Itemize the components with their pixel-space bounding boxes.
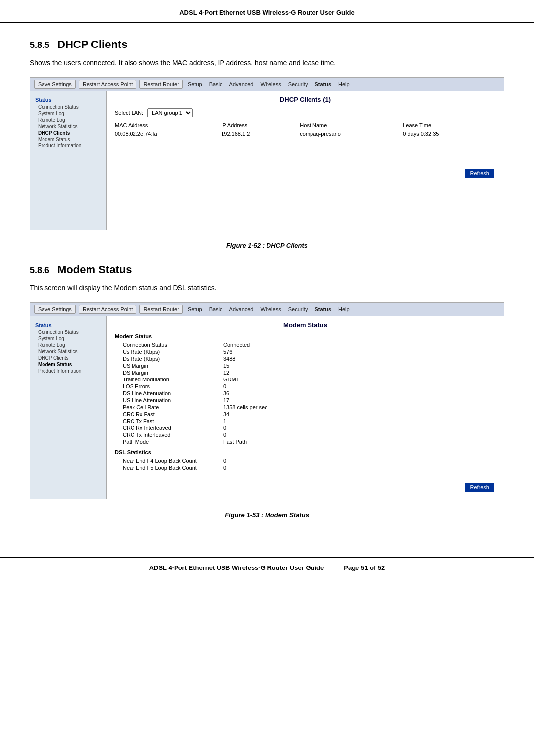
select-lan-row: Select LAN: LAN group 1	[115, 108, 496, 117]
modem-field-row: Connection StatusConnected	[115, 341, 496, 348]
section-586-title: Modem Status	[57, 263, 132, 276]
modem-field-value: 576	[223, 348, 496, 355]
restart-router-button[interactable]: Restart Router	[139, 80, 183, 89]
modem-field-value: 1	[223, 418, 496, 425]
modem-sidebar-title: Status	[30, 320, 106, 329]
col-host: Host Name	[300, 122, 403, 130]
section-585-heading: 5.8.5 DHCP Clients	[30, 38, 504, 51]
modem-field-label: DS Margin	[115, 369, 223, 376]
nav-advanced[interactable]: Advanced	[227, 80, 256, 88]
modem-nav-advanced[interactable]: Advanced	[227, 305, 256, 313]
modem-field-value: 3488	[223, 355, 496, 362]
dhcp-router-box: Save Settings Restart Access Point Resta…	[30, 77, 504, 230]
modem-fields-table: Connection StatusConnectedUs Rate (Kbps)…	[115, 341, 496, 445]
modem-field-label: CRC Rx Interleaved	[115, 425, 223, 431]
modem-nav-basic[interactable]: Basic	[207, 305, 224, 313]
modem-field-label: Ds Rate (Kbps)	[115, 355, 223, 362]
lan-group-select[interactable]: LAN group 1	[147, 108, 193, 117]
sidebar-item-modem-status[interactable]: Modem Status	[30, 136, 106, 142]
modem-sidebar-item-product-information[interactable]: Product Information	[30, 368, 106, 374]
dsl-field-row: Near End F5 Loop Back Count0	[115, 464, 226, 471]
modem-field-label: Peak Cell Rate	[115, 404, 223, 411]
modem-nav-setup[interactable]: Setup	[186, 305, 204, 313]
modem-sidebar-item-modem-status[interactable]: Modem Status	[30, 361, 106, 368]
save-settings-button[interactable]: Save Settings	[34, 80, 76, 89]
cell-mac: 00:08:02:2e:74:fa	[115, 130, 221, 137]
sidebar-title: Status	[30, 95, 106, 104]
modem-save-settings-button[interactable]: Save Settings	[34, 305, 76, 314]
nav-wireless[interactable]: Wireless	[259, 80, 283, 88]
modem-field-row: Us Rate (Kbps)576	[115, 348, 496, 355]
dhcp-sidebar: Status Connection Status System Log Remo…	[30, 91, 107, 230]
sidebar-item-product-information[interactable]: Product Information	[30, 142, 106, 149]
figure-552-caption: Figure 1-52 : DHCP Clients	[30, 242, 504, 249]
modem-sidebar-item-dhcp-clients[interactable]: DHCP Clients	[30, 355, 106, 361]
dhcp-router-body: Status Connection Status System Log Remo…	[30, 91, 504, 230]
modem-field-label: Connection Status	[115, 341, 223, 348]
nav-security[interactable]: Security	[286, 80, 310, 88]
modem-field-row: CRC Rx Fast34	[115, 411, 496, 418]
modem-restart-router-button[interactable]: Restart Router	[139, 305, 183, 314]
footer-page: Page 51 of 52	[344, 564, 385, 571]
section-585-desc: Shows the users connected. It also shows…	[30, 58, 504, 68]
modem-field-label: US Line Attenuation	[115, 397, 223, 404]
footer-title: ADSL 4-Port Ethernet USB Wireless-G Rout…	[149, 564, 324, 571]
section-586-heading: 5.8.6 Modem Status	[30, 263, 504, 276]
nav-setup[interactable]: Setup	[186, 80, 204, 88]
modem-nav-security[interactable]: Security	[286, 305, 310, 313]
dsl-statistics-label: DSL Statistics	[115, 449, 496, 455]
modem-sidebar-item-system-log[interactable]: System Log	[30, 335, 106, 342]
modem-field-row: DS Line Attenuation36	[115, 390, 496, 397]
nav-status[interactable]: Status	[312, 80, 333, 88]
modem-sidebar-item-network-statistics[interactable]: Network Statistics	[30, 348, 106, 355]
modem-sidebar-item-connection-status[interactable]: Connection Status	[30, 329, 106, 335]
modem-field-value: 15	[223, 362, 496, 369]
dsl-field-label: Near End F5 Loop Back Count	[115, 464, 223, 471]
section-585-num: 5.8.5	[30, 40, 49, 50]
dsl-fields-table: Near End F4 Loop Back Count0Near End F5 …	[115, 457, 226, 471]
modem-field-label: Us Rate (Kbps)	[115, 348, 223, 355]
header-title: ADSL 4-Port Ethernet USB Wireless-G Rout…	[179, 9, 355, 16]
modem-field-label: CRC Tx Interleaved	[115, 431, 223, 438]
dhcp-refresh-button[interactable]: Refresh	[465, 169, 494, 178]
modem-field-value: GDMT	[223, 376, 496, 383]
modem-field-row: Trained ModulationGDMT	[115, 376, 496, 383]
col-lease: Lease Time	[403, 122, 496, 130]
modem-page-title: Modem Status	[115, 321, 496, 329]
nav-help[interactable]: Help	[336, 80, 352, 88]
modem-field-value: 12	[223, 369, 496, 376]
dsl-field-label: Near End F4 Loop Back Count	[115, 457, 223, 464]
modem-field-value: 0	[223, 425, 496, 431]
modem-refresh-button[interactable]: Refresh	[465, 483, 494, 492]
dhcp-page-title: DHCP Clients (1)	[115, 96, 496, 103]
modem-field-value: 1358 cells per sec	[223, 404, 496, 411]
restart-ap-button[interactable]: Restart Access Point	[79, 80, 137, 89]
page-header: ADSL 4-Port Ethernet USB Wireless-G Rout…	[0, 0, 534, 23]
modem-field-row: LOS Errors0	[115, 383, 496, 390]
modem-field-value: Fast Path	[223, 438, 496, 445]
modem-router-body: Status Connection Status System Log Remo…	[30, 316, 504, 499]
modem-nav-help[interactable]: Help	[336, 305, 352, 313]
page-footer: ADSL 4-Port Ethernet USB Wireless-G Rout…	[0, 557, 534, 580]
modem-field-row: Ds Rate (Kbps)3488	[115, 355, 496, 362]
sidebar-item-connection-status[interactable]: Connection Status	[30, 104, 106, 110]
cell-lease: 0 days 0:32:35	[403, 130, 496, 137]
modem-field-row: US Margin15	[115, 362, 496, 369]
sidebar-item-remote-log[interactable]: Remote Log	[30, 117, 106, 123]
sidebar-item-system-log[interactable]: System Log	[30, 110, 106, 117]
modem-field-value: 0	[223, 431, 496, 438]
modem-nav-wireless[interactable]: Wireless	[259, 305, 283, 313]
modem-sidebar-item-remote-log[interactable]: Remote Log	[30, 342, 106, 348]
nav-basic[interactable]: Basic	[207, 80, 224, 88]
dsl-field-row: Near End F4 Loop Back Count0	[115, 457, 226, 464]
sidebar-item-network-statistics[interactable]: Network Statistics	[30, 123, 106, 130]
modem-restart-ap-button[interactable]: Restart Access Point	[79, 305, 137, 314]
modem-main-content: Modem Status Modem Status Connection Sta…	[107, 316, 504, 499]
section-585-title: DHCP Clients	[57, 38, 127, 51]
modem-router-box: Save Settings Restart Access Point Resta…	[30, 302, 504, 499]
sidebar-item-dhcp-clients[interactable]: DHCP Clients	[30, 130, 106, 136]
dhcp-main-content: DHCP Clients (1) Select LAN: LAN group 1…	[107, 91, 504, 230]
modem-nav-status[interactable]: Status	[312, 305, 333, 313]
modem-field-value: 34	[223, 411, 496, 418]
modem-nav-bar: Save Settings Restart Access Point Resta…	[30, 303, 504, 316]
